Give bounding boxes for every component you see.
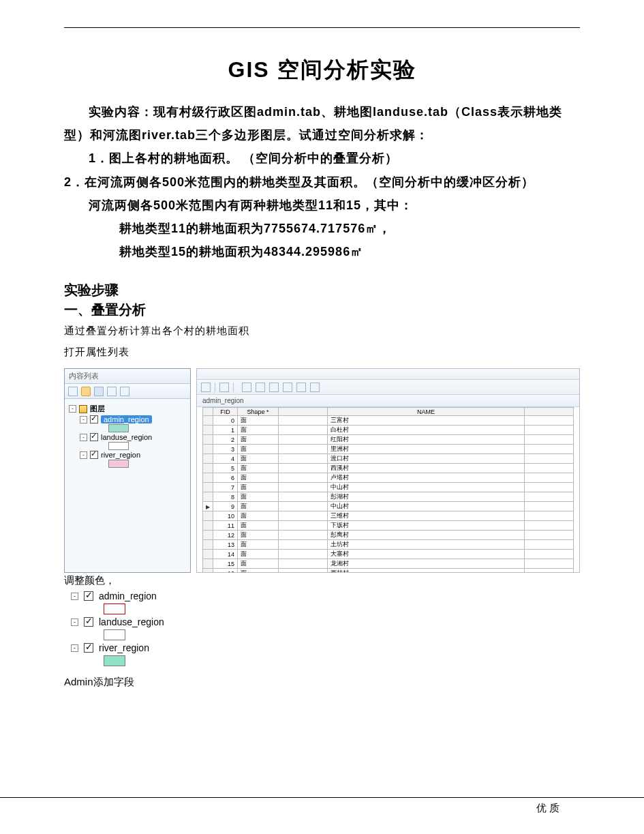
cell-name: 中山村 [328, 483, 525, 492]
admin-add-field-line: Admin添加字段 [64, 676, 580, 689]
row-marker [203, 511, 213, 521]
list-icon[interactable] [68, 387, 78, 396]
layer-root-label: 图层 [90, 404, 105, 414]
table-row[interactable]: 6面卢塔村 [203, 473, 574, 483]
cell-empty [524, 464, 573, 473]
grid-col-shape[interactable]: Shape * [238, 408, 279, 416]
cell-empty [279, 454, 328, 464]
grid-col-fid[interactable]: FID [213, 408, 238, 416]
cell-shape: 面 [238, 559, 279, 569]
cell-empty [279, 445, 328, 454]
expand-icon[interactable]: - [69, 405, 76, 413]
close-icon[interactable] [310, 383, 320, 392]
cell-empty [279, 416, 328, 426]
cell-name: 卢塔村 [328, 473, 525, 483]
table-row[interactable]: 12面彭鹰村 [203, 531, 574, 540]
tool-icon-2[interactable] [120, 387, 129, 396]
toolbar-icon-5[interactable] [269, 383, 279, 392]
table-row[interactable]: 10面三维村 [203, 511, 574, 521]
cell-shape: 面 [238, 502, 279, 511]
legend-checkbox[interactable] [84, 591, 93, 601]
table-row[interactable]: 7面中山村 [203, 483, 574, 492]
expand-icon[interactable]: - [80, 451, 87, 459]
cell-empty [524, 540, 573, 550]
cell-shape: 面 [238, 540, 279, 550]
grid-rowhdr-col [203, 408, 213, 416]
expand-icon[interactable]: - [71, 593, 78, 600]
toc-title: 内容列表 [65, 369, 190, 384]
table-row[interactable]: 13面土坊村 [203, 540, 574, 550]
toolbar-icon-2[interactable] [219, 383, 229, 392]
grid-col-name[interactable]: NAME [328, 408, 525, 416]
legend-label-river: river_region [99, 642, 149, 653]
legend-checkbox[interactable] [84, 617, 93, 627]
cell-fid: 7 [213, 483, 238, 492]
expand-icon[interactable]: - [80, 416, 87, 423]
cell-shape: 面 [238, 521, 279, 531]
table-row[interactable]: 4面渡口村 [203, 454, 574, 464]
table-row[interactable]: 11面下坂村 [203, 521, 574, 531]
table-row[interactable]: 8面彭湖村 [203, 492, 574, 502]
grid-header-row: FID Shape * NAME [203, 408, 574, 416]
attr-toolbar [197, 380, 579, 395]
cell-empty [279, 492, 328, 502]
cell-fid: 12 [213, 531, 238, 540]
cell-name: 中山村 [328, 502, 525, 511]
cell-name: 彭鹰村 [328, 531, 525, 540]
cell-fid: 2 [213, 435, 238, 445]
cell-name: 里洲村 [328, 445, 525, 454]
toolbar-icon-7[interactable] [296, 383, 306, 392]
cell-name: 三富村 [328, 416, 525, 426]
toolbar-icon-3[interactable] [242, 383, 251, 392]
row-marker [203, 521, 213, 531]
cell-empty [279, 473, 328, 483]
cell-empty [279, 502, 328, 511]
expand-icon[interactable]: - [71, 644, 78, 652]
layer-checkbox[interactable] [90, 451, 98, 459]
table-row[interactable]: 1面白杜村 [203, 426, 574, 435]
cell-empty [524, 483, 573, 492]
cell-name: 龙湘村 [328, 559, 525, 569]
table-row[interactable]: 0面三富村 [203, 416, 574, 426]
table-row[interactable]: 16面西林村 [203, 569, 574, 573]
table-row[interactable]: 14面大寨村 [203, 550, 574, 559]
table-row[interactable]: 2面红阳村 [203, 435, 574, 445]
toolbar-icon-1[interactable] [201, 383, 211, 392]
row-marker [203, 483, 213, 492]
cell-shape: 面 [238, 416, 279, 426]
row-marker [203, 569, 213, 573]
layer-checkbox[interactable] [90, 415, 98, 423]
legend-row-landuse: - landuse_region [64, 614, 580, 629]
cell-shape: 面 [238, 445, 279, 454]
layer-checkbox[interactable] [90, 433, 98, 441]
layer-admin-region[interactable]: admin_region [101, 415, 152, 423]
row-marker [203, 435, 213, 445]
cell-name: 白杜村 [328, 426, 525, 435]
expand-icon[interactable]: - [71, 619, 78, 626]
layer-landuse-region[interactable]: landuse_region [101, 433, 152, 441]
row-marker [203, 559, 213, 569]
table-row[interactable]: 9面中山村 [203, 502, 574, 511]
table-row[interactable]: 3面里洲村 [203, 445, 574, 454]
legend-checkbox[interactable] [84, 643, 93, 653]
row-marker [203, 416, 213, 426]
attr-table-name: admin_region [197, 395, 579, 407]
cell-shape: 面 [238, 492, 279, 502]
toolbar-icon-4[interactable] [256, 383, 265, 392]
cell-shape: 面 [238, 531, 279, 540]
body-line-1: 通过叠置分析计算出各个村的耕地面积 [64, 322, 580, 340]
table-row[interactable]: 5面西溪村 [203, 464, 574, 473]
swatch-admin [108, 424, 129, 432]
cell-shape: 面 [238, 483, 279, 492]
expand-icon[interactable]: - [80, 434, 87, 441]
adjust-color-line: 调整颜色， [64, 574, 580, 587]
toc-panel: 内容列表 - 图层 - admin_region - [64, 368, 191, 573]
toolbar-icon-6[interactable] [283, 383, 292, 392]
folder-icon[interactable] [81, 387, 91, 396]
layer-icon[interactable] [94, 387, 104, 396]
cell-name: 土坊村 [328, 540, 525, 550]
layer-river-region[interactable]: river_region [101, 451, 140, 459]
tool-icon-1[interactable] [107, 387, 117, 396]
cell-empty [279, 464, 328, 473]
table-row[interactable]: 15面龙湘村 [203, 559, 574, 569]
